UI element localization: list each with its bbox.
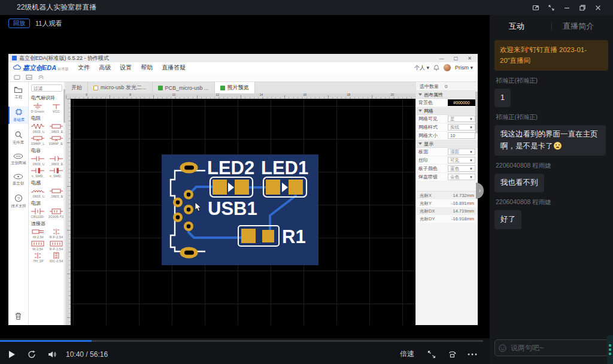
chat-message-list[interactable]: 欢迎来到“钉钉直播 2023-01-20”直播间 祁瀚正(祁瀚正) 1 祁瀚正(… — [490, 38, 613, 336]
readout-cursor-y: 光标Y-16.891mm — [416, 199, 478, 207]
cursor-readouts: 光标X14.732mm 光标Y-16.891mm 光标DX14.719mm 光标… — [416, 191, 478, 223]
eda-menubar: 嘉立创EDA 标准版 文件 高级 设置 帮助 直播答疑 个人 ▾ Prism ▾ — [8, 62, 478, 73]
vcc-glyph — [49, 102, 63, 109]
connector-glyph — [49, 240, 63, 247]
eda-restore-icon: ▢ — [454, 56, 459, 61]
readout-cursor-x: 光标X14.732mm — [416, 192, 478, 199]
library-item: 2C005-T2 — [47, 207, 66, 219]
fullscreen-icon[interactable] — [544, 2, 559, 14]
grid-size-input: 10 — [448, 132, 475, 139]
library-filter-input — [31, 84, 62, 92]
selection-count: 选中数量0 — [416, 82, 478, 91]
flushed-emoji-icon — [554, 142, 562, 150]
library-item: 3386P_L — [29, 134, 47, 146]
library-section-title: 电感 — [29, 178, 65, 187]
pcb-board: LED2 LED1 USB1 R1 — [162, 154, 318, 265]
close-icon[interactable] — [590, 2, 606, 14]
eda-center: 开始 micro-usb 发光二... PCB_micro-usb ... 照片… — [66, 82, 415, 325]
library-item: n_SMD_ — [47, 166, 66, 178]
pcb-canvas: LED2 LED1 USB1 R1 — [66, 99, 415, 325]
section-grid: 网格 — [416, 107, 478, 115]
library-item: D Groun: — [29, 102, 47, 114]
vertical-ruler — [66, 99, 71, 325]
photo-doc-icon — [220, 86, 225, 90]
rail-item-jlc: 嘉立创 — [8, 172, 28, 187]
library-item: _0603_U — [29, 122, 47, 134]
eda-properties-panel: 选中数量0 画布属性 背景色 #000000 网格 网格可见 是▼ 网格样式 实… — [415, 82, 478, 325]
eda-titlebar: 嘉立创EDA(标准版) 6.5.22 - 协作模式 — ▢ ✕ — [8, 54, 478, 62]
menu-file: 文件 — [78, 63, 90, 72]
cloud-icon — [13, 65, 22, 70]
minimize-icon[interactable] — [559, 2, 575, 14]
chat-input-row: 0 — [490, 336, 613, 364]
chat-tabs: 互动 直播简介 — [490, 15, 613, 38]
dingtalk-live-window: 22级机器人实验室群直播 回放 11人观看 嘉立创EDA(标准版) 6.5.22… — [0, 0, 613, 364]
emoji-picker-icon[interactable] — [499, 344, 506, 352]
player-controls: 10:40 / 56:16 倍速 — [0, 344, 490, 364]
search-icon — [14, 131, 23, 139]
account-name: Prism ▾ — [455, 65, 473, 71]
battery-holder-glyph — [49, 208, 63, 214]
trash-icon — [14, 312, 22, 321]
connector-glyph — [49, 252, 63, 259]
tab-pcb: PCB_micro-usb ... — [153, 82, 215, 93]
message-bubble: 我也看不到 — [494, 174, 544, 192]
message-bubble: 1 — [494, 89, 511, 107]
gnd-glyph — [31, 102, 45, 109]
menu-advanced: 高级 — [99, 63, 111, 72]
eda-icon-rail: 工程 基础库 元件库 立创商城 嘉立创 — [8, 82, 29, 325]
menu-settings: 设置 — [120, 63, 132, 72]
replay-badge: 回放 — [8, 19, 30, 28]
pad-plating-select: 金色▼ — [448, 174, 475, 180]
bg-color-swatch: #000000 — [448, 99, 475, 106]
ref-led2: LED2 — [207, 157, 254, 178]
lcsc-logo-icon — [13, 153, 23, 159]
jlc-logo-icon — [13, 174, 23, 180]
schematic-doc-icon — [93, 86, 98, 90]
chat-input[interactable] — [494, 339, 609, 356]
prop-row-board-side: 板面 顶面▼ — [416, 148, 478, 156]
grid-visible-select: 是▼ — [448, 116, 475, 122]
prop-row-grid-visible: 网格可见 是▼ — [416, 115, 478, 123]
menu-live-qa: 直播答疑 — [162, 63, 186, 72]
mouse-cursor — [195, 202, 202, 212]
tab-interaction[interactable]: 互动 — [509, 21, 524, 32]
side-widget-handle[interactable] — [607, 335, 613, 364]
tab-schematic: micro-usb 发光二... — [88, 82, 153, 93]
progress-bar[interactable] — [0, 340, 483, 342]
library-item: _0603_E — [47, 122, 66, 134]
ref-r1: R1 — [282, 226, 306, 247]
library-section-title: 电容 — [29, 146, 65, 154]
library-item: n_SMD_ — [29, 166, 47, 178]
library-section-title: 电阻 — [29, 114, 65, 122]
library-section-title: 电源 — [29, 199, 65, 207]
fullscreen-expand-icon[interactable] — [423, 347, 441, 362]
play-button[interactable] — [2, 347, 20, 362]
connector-glyph — [31, 252, 45, 259]
progress-fill — [0, 340, 92, 342]
eda-toolbar — [8, 73, 478, 82]
message-sender: 2206040808 程雨婕 — [496, 198, 607, 207]
new-project-icon — [14, 74, 20, 80]
restore-icon[interactable] — [575, 2, 590, 14]
popout-icon[interactable] — [528, 2, 544, 14]
refresh-icon[interactable] — [23, 347, 41, 362]
pcb-doc-icon — [158, 86, 163, 90]
playback-speed-button[interactable]: 倍速 — [400, 349, 414, 359]
prop-row-silkscreen: 丝印 可见▼ — [416, 156, 478, 165]
library-item: _0603_U — [29, 154, 47, 166]
volume-icon[interactable] — [43, 347, 61, 362]
more-options-icon[interactable] — [463, 347, 481, 362]
tab-divider — [551, 22, 552, 31]
prop-row-bg-color: 背景色 #000000 — [416, 99, 478, 107]
question-icon: ? — [14, 194, 23, 202]
svg-text:?: ? — [17, 196, 19, 201]
mirror-cast-icon[interactable] — [443, 347, 461, 362]
message-bubble: 好了 — [494, 210, 521, 229]
rail-item-support: ? 技术支持 — [8, 193, 28, 210]
library-icon — [38, 74, 44, 80]
tab-live-intro[interactable]: 直播简介 — [563, 21, 594, 32]
library-item: R-F-2.54 — [47, 239, 66, 251]
inductor-glyph — [31, 187, 45, 194]
board-color-select: 蓝色▼ — [448, 165, 475, 172]
